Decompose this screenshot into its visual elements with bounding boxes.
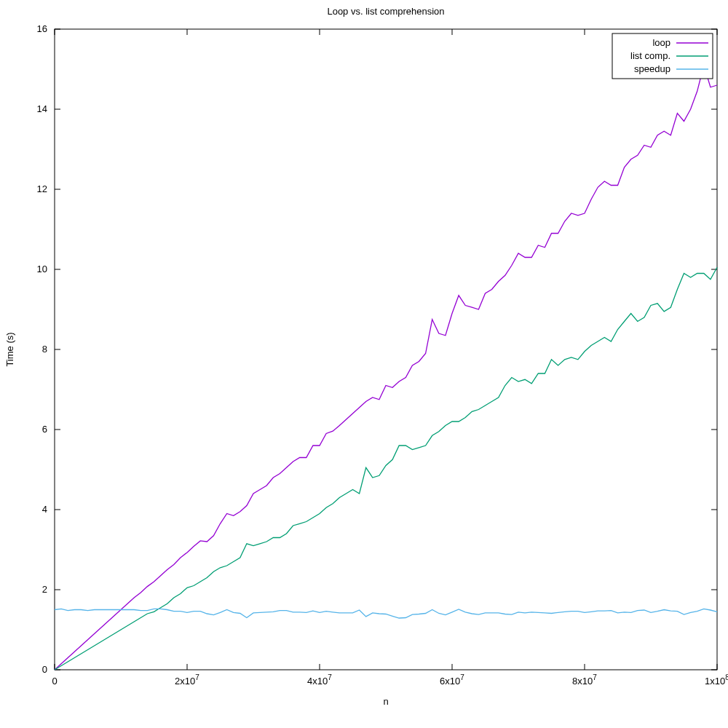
line-chart: Loop vs. list comprehension0246810121416… [0, 0, 728, 728]
x-tick-label: 1x108 [705, 673, 728, 687]
legend-label: speedup [634, 63, 670, 74]
x-tick-label: 2x107 [175, 673, 199, 687]
x-tick-label: 0 [52, 676, 57, 687]
y-tick-label: 10 [37, 264, 47, 274]
legend-label: loop [652, 37, 670, 48]
series-line-2 [55, 609, 717, 618]
y-tick-label: 16 [37, 23, 47, 34]
y-tick-label: 12 [37, 183, 47, 194]
x-tick-label: 4x107 [307, 673, 332, 687]
chart-title: Loop vs. list comprehension [327, 6, 444, 17]
y-tick-label: 6 [42, 424, 47, 435]
series-line-1 [55, 267, 717, 670]
series-line-0 [55, 66, 717, 670]
y-tick-label: 4 [42, 504, 47, 515]
y-tick-label: 14 [37, 103, 47, 114]
plot-border [55, 29, 717, 670]
y-tick-label: 8 [42, 344, 47, 355]
y-axis-label: Time (s) [4, 332, 15, 366]
y-tick-label: 0 [42, 664, 47, 675]
legend-label: list comp. [630, 50, 670, 61]
y-tick-label: 2 [42, 584, 47, 595]
x-tick-label: 6x107 [440, 673, 464, 687]
x-tick-label: 8x107 [572, 673, 597, 687]
x-axis-label: n [383, 696, 388, 707]
